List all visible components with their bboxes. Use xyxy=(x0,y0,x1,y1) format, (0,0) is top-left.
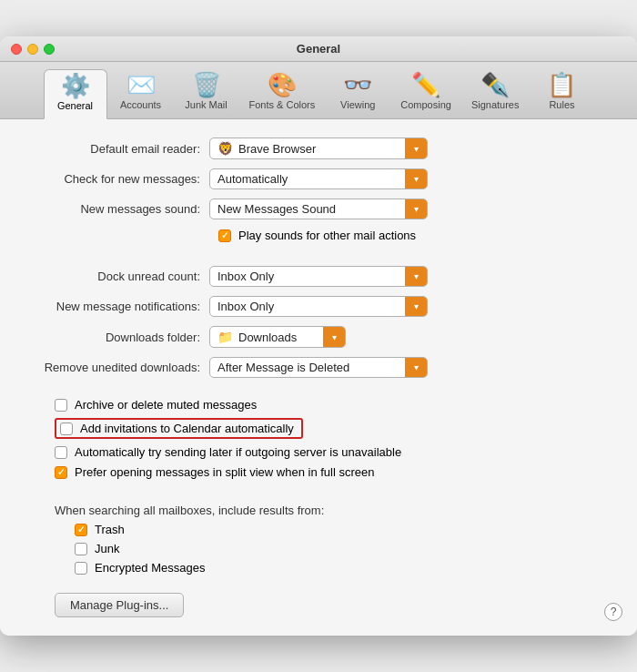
search-checkboxes: Trash Junk Encrypted Messages xyxy=(27,523,610,575)
encrypted-checkbox[interactable] xyxy=(75,562,87,575)
trash-checkbox-row: Trash xyxy=(75,523,610,536)
tab-general[interactable]: ⚙️ General xyxy=(44,69,107,119)
archive-muted-checkbox[interactable] xyxy=(55,399,67,412)
dropdown-arrow-icon5: ▾ xyxy=(405,297,427,316)
general-icon: ⚙️ xyxy=(61,74,90,97)
junk-mail-icon: 🗑️ xyxy=(192,73,221,97)
downloads-folder-row: Downloads folder: 📁 Downloads ▾ xyxy=(27,326,610,348)
tab-rules[interactable]: 📋 Rules xyxy=(530,69,593,118)
add-invitations-checkbox[interactable] xyxy=(60,423,73,435)
accounts-icon: ✉️ xyxy=(126,73,156,97)
auto-retry-label: Automatically try sending later if outgo… xyxy=(75,445,401,459)
tab-fonts-colors[interactable]: 🎨 Fonts & Colors xyxy=(240,69,325,118)
new-messages-sound-control: New Messages Sound ▾ xyxy=(209,199,610,219)
remove-downloads-value: After Message is Deleted xyxy=(217,361,349,374)
remove-downloads-dropdown[interactable]: After Message is Deleted ▾ xyxy=(209,357,428,378)
maximize-button[interactable] xyxy=(44,44,55,55)
remove-downloads-control: After Message is Deleted ▾ xyxy=(209,357,610,378)
trash-label: Trash xyxy=(95,523,125,536)
tab-viewing-label: Viewing xyxy=(340,99,375,110)
tab-junk-mail[interactable]: 🗑️ Junk Mail xyxy=(175,69,238,118)
notifications-control: Inbox Only ▾ xyxy=(209,296,610,317)
remove-downloads-row: Remove unedited downloads: After Message… xyxy=(27,357,610,378)
manage-plugins-button[interactable]: Manage Plug-ins... xyxy=(55,593,184,617)
default-email-reader-dropdown[interactable]: 🦁 Brave Browser ▾ xyxy=(209,137,428,159)
preferences-window: General ⚙️ General ✉️ Accounts 🗑️ Junk M… xyxy=(0,36,637,636)
add-invitations-highlighted-row: Add invitations to Calendar automaticall… xyxy=(55,418,303,439)
close-button[interactable] xyxy=(11,44,22,55)
default-email-reader-label: Default email reader: xyxy=(27,142,209,156)
junk-checkbox[interactable] xyxy=(75,543,87,555)
tab-composing[interactable]: ✏️ Composing xyxy=(391,69,460,118)
tab-general-label: General xyxy=(57,100,93,111)
new-messages-sound-row: New messages sound: New Messages Sound ▾ xyxy=(27,199,610,219)
play-sounds-row: Play sounds for other mail actions xyxy=(27,229,610,242)
dropdown-arrow-icon2: ▾ xyxy=(405,169,427,188)
auto-retry-checkbox[interactable] xyxy=(55,446,67,459)
new-messages-sound-value: New Messages Sound xyxy=(217,202,336,216)
tab-accounts-label: Accounts xyxy=(120,99,161,110)
traffic-lights xyxy=(11,44,55,55)
downloads-folder-control: 📁 Downloads ▾ xyxy=(209,326,610,348)
search-section-label: When searching all mailboxes, include re… xyxy=(27,504,610,517)
prefer-split-row: Prefer opening messages in split view wh… xyxy=(27,465,610,479)
check-messages-control: Automatically ▾ xyxy=(209,168,610,189)
check-messages-row: Check for new messages: Automatically ▾ xyxy=(27,168,610,189)
archive-muted-label: Archive or delete muted messages xyxy=(75,398,257,412)
help-button[interactable]: ? xyxy=(604,603,622,621)
check-messages-value: Automatically xyxy=(217,172,288,186)
window-title: General xyxy=(297,42,340,56)
content-area: Default email reader: 🦁 Brave Browser ▾ … xyxy=(0,119,637,636)
notifications-row: New message notifications: Inbox Only ▾ xyxy=(27,296,610,317)
tab-signatures-label: Signatures xyxy=(471,99,520,110)
encrypted-label: Encrypted Messages xyxy=(95,561,205,575)
minimize-button[interactable] xyxy=(27,44,38,55)
notifications-value: Inbox Only xyxy=(217,300,274,313)
dock-unread-row: Dock unread count: Inbox Only ▾ xyxy=(27,266,610,287)
downloads-folder-dropdown[interactable]: 📁 Downloads ▾ xyxy=(209,326,346,348)
check-messages-label: Check for new messages: xyxy=(27,172,209,186)
trash-checkbox[interactable] xyxy=(75,524,87,536)
default-email-reader-value: Brave Browser xyxy=(238,142,316,156)
dropdown-arrow-icon3: ▾ xyxy=(405,199,427,219)
junk-checkbox-row: Junk xyxy=(75,542,610,555)
encrypted-checkbox-row: Encrypted Messages xyxy=(75,561,610,575)
add-invitations-label: Add invitations to Calendar automaticall… xyxy=(80,422,294,435)
downloads-folder-value: Downloads xyxy=(238,331,297,344)
toolbar: ⚙️ General ✉️ Accounts 🗑️ Junk Mail 🎨 Fo… xyxy=(0,62,637,119)
tab-viewing[interactable]: 👓 Viewing xyxy=(326,69,389,118)
folder-icon: 📁 xyxy=(217,330,233,344)
play-sounds-checkbox[interactable] xyxy=(218,229,231,242)
remove-downloads-label: Remove unedited downloads: xyxy=(27,361,209,374)
dock-unread-control: Inbox Only ▾ xyxy=(209,266,610,287)
fonts-colors-icon: 🎨 xyxy=(268,73,297,97)
default-email-reader-control: 🦁 Brave Browser ▾ xyxy=(209,137,610,159)
downloads-folder-label: Downloads folder: xyxy=(27,331,209,344)
downloads-arrow-icon: ▾ xyxy=(323,327,345,347)
prefer-split-checkbox[interactable] xyxy=(55,466,67,479)
dropdown-arrow-icon6: ▾ xyxy=(405,358,427,377)
tab-rules-label: Rules xyxy=(549,99,574,110)
tab-junk-mail-label: Junk Mail xyxy=(185,99,227,110)
signatures-icon: ✒️ xyxy=(480,73,510,97)
notifications-label: New message notifications: xyxy=(27,300,209,313)
titlebar: General xyxy=(0,36,637,62)
archive-muted-row: Archive or delete muted messages xyxy=(27,398,610,412)
junk-label: Junk xyxy=(95,542,119,555)
check-messages-dropdown[interactable]: Automatically ▾ xyxy=(209,168,428,189)
dropdown-arrow-icon: ▾ xyxy=(405,138,427,158)
notifications-dropdown[interactable]: Inbox Only ▾ xyxy=(209,296,428,317)
rules-icon: 📋 xyxy=(547,73,576,97)
composing-icon: ✏️ xyxy=(411,73,440,97)
new-messages-sound-dropdown[interactable]: New Messages Sound ▾ xyxy=(209,199,428,219)
new-messages-sound-label: New messages sound: xyxy=(27,202,209,216)
tab-accounts[interactable]: ✉️ Accounts xyxy=(109,69,173,118)
brave-icon: 🦁 xyxy=(217,141,233,156)
tab-fonts-colors-label: Fonts & Colors xyxy=(249,99,316,110)
dock-unread-label: Dock unread count: xyxy=(27,270,209,283)
tab-signatures[interactable]: ✒️ Signatures xyxy=(462,69,529,118)
tab-composing-label: Composing xyxy=(400,99,451,110)
dock-unread-value: Inbox Only xyxy=(217,270,274,283)
auto-retry-row: Automatically try sending later if outgo… xyxy=(27,445,610,459)
dock-unread-dropdown[interactable]: Inbox Only ▾ xyxy=(209,266,428,287)
